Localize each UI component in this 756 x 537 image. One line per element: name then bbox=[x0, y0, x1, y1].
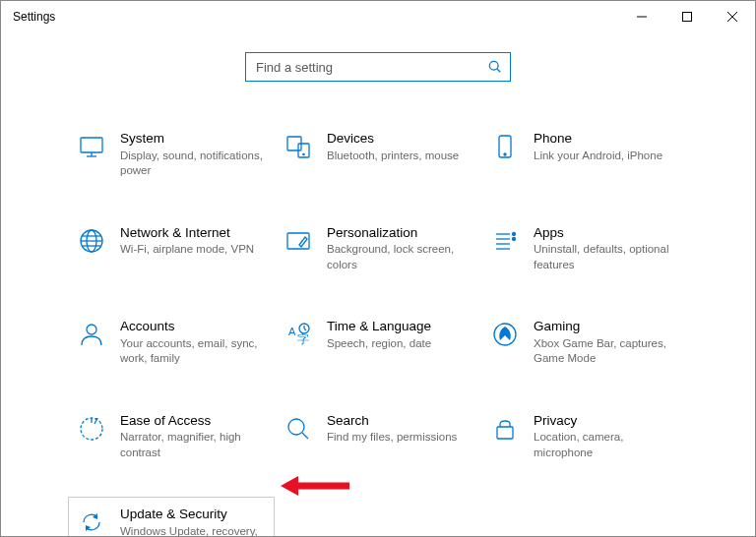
system-icon bbox=[77, 132, 106, 161]
tile-title: Search bbox=[327, 412, 472, 430]
annotation-arrow bbox=[281, 473, 349, 503]
tile-personalization[interactable]: Personalization Background, lock screen,… bbox=[275, 215, 481, 282]
svg-line-36 bbox=[302, 433, 308, 439]
tile-network[interactable]: Network & Internet Wi-Fi, airplane mode,… bbox=[68, 215, 275, 282]
tile-title: System bbox=[120, 130, 266, 148]
svg-point-26 bbox=[87, 325, 96, 334]
minimize-button[interactable] bbox=[619, 1, 664, 32]
tile-title: Network & Internet bbox=[120, 224, 266, 242]
svg-point-35 bbox=[288, 419, 304, 435]
tile-title: Devices bbox=[327, 130, 472, 148]
tile-privacy[interactable]: Privacy Location, camera, microphone bbox=[481, 403, 688, 470]
svg-text:A: A bbox=[288, 326, 296, 337]
tile-desc: Wi-Fi, airplane mode, VPN bbox=[120, 242, 266, 258]
search-icon bbox=[488, 60, 502, 74]
ease-of-access-icon bbox=[77, 414, 106, 444]
svg-point-11 bbox=[303, 153, 304, 154]
svg-point-13 bbox=[504, 153, 506, 155]
tile-title: Update & Security bbox=[120, 506, 266, 523]
search-box[interactable] bbox=[245, 52, 511, 82]
tile-phone[interactable]: Phone Link your Android, iPhone bbox=[481, 121, 688, 188]
svg-rect-1 bbox=[683, 13, 692, 22]
tile-devices[interactable]: Devices Bluetooth, printers, mouse bbox=[275, 121, 481, 188]
tile-desc: Xbox Game Bar, captures, Game Mode bbox=[534, 336, 679, 367]
tile-title: Time & Language bbox=[327, 318, 472, 335]
tile-desc: Link your Android, iPhone bbox=[534, 149, 679, 164]
tile-desc: Uninstall, defaults, optional features bbox=[534, 242, 679, 272]
tile-title: Gaming bbox=[534, 318, 679, 335]
svg-line-31 bbox=[304, 328, 306, 330]
tile-desc: Your accounts, email, sync, work, family bbox=[120, 336, 266, 367]
maximize-button[interactable] bbox=[664, 1, 710, 32]
tile-title: Apps bbox=[534, 224, 679, 242]
gaming-icon bbox=[490, 320, 520, 349]
tile-title: Ease of Access bbox=[120, 412, 266, 430]
time-language-icon: A字 bbox=[284, 320, 313, 349]
tile-system[interactable]: System Display, sound, notifications, po… bbox=[68, 121, 275, 188]
globe-icon bbox=[77, 226, 106, 256]
tile-accounts[interactable]: Accounts Your accounts, email, sync, wor… bbox=[68, 309, 275, 376]
svg-text:字: 字 bbox=[297, 332, 309, 346]
settings-grid: System Display, sound, notifications, po… bbox=[1, 121, 755, 537]
tile-desc: Find my files, permissions bbox=[327, 430, 472, 446]
tile-title: Privacy bbox=[534, 412, 679, 430]
search-category-icon bbox=[284, 414, 313, 444]
tile-ease-of-access[interactable]: Ease of Access Narrator, magnifier, high… bbox=[68, 403, 275, 470]
tile-desc: Display, sound, notifications, power bbox=[120, 149, 266, 179]
svg-line-5 bbox=[497, 69, 500, 72]
tile-desc: Bluetooth, printers, mouse bbox=[327, 149, 472, 164]
update-icon bbox=[77, 507, 106, 537]
tile-update-security[interactable]: Update & Security Windows Update, recove… bbox=[68, 497, 275, 537]
content-area: System Display, sound, notifications, po… bbox=[1, 32, 755, 537]
tile-desc: Location, camera, microphone bbox=[534, 430, 679, 460]
tile-title: Accounts bbox=[120, 318, 266, 335]
personalization-icon bbox=[284, 226, 313, 256]
titlebar: Settings bbox=[1, 1, 755, 32]
tile-desc: Background, lock screen, colors bbox=[327, 242, 472, 272]
svg-point-24 bbox=[513, 232, 516, 235]
close-button[interactable] bbox=[710, 1, 755, 32]
svg-marker-41 bbox=[281, 476, 298, 496]
devices-icon bbox=[284, 132, 313, 161]
tile-title: Phone bbox=[534, 130, 679, 148]
search-input[interactable] bbox=[254, 59, 488, 76]
svg-rect-6 bbox=[81, 138, 102, 152]
tile-desc: Windows Update, recovery, backup bbox=[120, 524, 266, 537]
tile-gaming[interactable]: Gaming Xbox Game Bar, captures, Game Mod… bbox=[481, 309, 688, 376]
tile-apps[interactable]: Apps Uninstall, defaults, optional featu… bbox=[481, 215, 688, 282]
tile-time-language[interactable]: A字 Time & Language Speech, region, date bbox=[275, 309, 481, 376]
tile-search[interactable]: Search Find my files, permissions bbox=[275, 403, 481, 470]
apps-icon bbox=[490, 226, 520, 256]
accounts-icon bbox=[77, 320, 106, 349]
tile-desc: Speech, region, date bbox=[327, 336, 472, 352]
tile-desc: Narrator, magnifier, high contrast bbox=[120, 430, 266, 460]
window-title: Settings bbox=[13, 10, 55, 24]
lock-icon bbox=[490, 414, 520, 444]
tile-title: Personalization bbox=[327, 224, 472, 242]
svg-rect-37 bbox=[497, 427, 513, 439]
svg-point-4 bbox=[489, 61, 498, 70]
phone-icon bbox=[490, 132, 520, 161]
svg-point-25 bbox=[513, 237, 516, 240]
